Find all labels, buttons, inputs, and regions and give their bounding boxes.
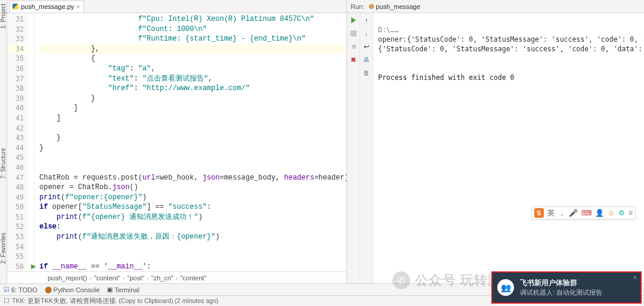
avatar-icon: 👥: [497, 279, 514, 296]
run-console[interactable]: D:\…… opener:{'StatusCode': 0, 'StatusMe…: [373, 13, 644, 283]
stop-button[interactable]: [349, 29, 358, 38]
ime-punct-icon[interactable]: ，: [558, 208, 565, 218]
left-tool-stripe: 1: Project 7: Structure 2: Favorites: [0, 0, 7, 283]
soft-wrap-icon[interactable]: ↩: [362, 42, 371, 51]
code-area[interactable]: 31 32 33 34 35 36 37 38 39 40 41 42 43 4…: [7, 13, 346, 271]
toast-subtitle: 调试机器人: 自动化测试报告: [520, 288, 602, 297]
breadcrumb-item[interactable]: "zh_cn": [151, 274, 174, 282]
run-config-icon: [369, 4, 374, 9]
print-icon[interactable]: 🖶: [362, 55, 371, 64]
breadcrumbs[interactable]: push_report() › "content" › "post" › "zh…: [7, 271, 346, 283]
line-number-gutter: 31 32 33 34 35 36 37 38 39 40 41 42 43 4…: [7, 13, 27, 271]
breadcrumb-item[interactable]: "post": [127, 274, 144, 282]
terminal-tool[interactable]: ▣Terminal: [107, 286, 140, 293]
editor-pane: push_message.py × 31 32 33 34 35 36 37 3…: [7, 0, 347, 283]
run-title: Run:: [351, 3, 364, 10]
breadcrumb-item[interactable]: "content": [180, 274, 206, 282]
editor-tabs: push_message.py ×: [7, 0, 346, 13]
ime-keyboard-icon[interactable]: ⌨: [581, 209, 592, 217]
run-toolbar-right: ↑ ↓ ↩ 🖶 🗑: [360, 13, 373, 283]
fold-column: [27, 13, 35, 271]
ime-menu-icon[interactable]: ≡: [628, 209, 633, 217]
sogou-logo-icon: S: [534, 208, 544, 218]
editor-tab-push-message[interactable]: push_message.py ×: [10, 1, 84, 13]
pause-button[interactable]: ≡: [349, 42, 358, 51]
rerun-button[interactable]: [349, 16, 358, 25]
ime-lang[interactable]: 英: [547, 208, 555, 218]
python-console-tool[interactable]: ⬤Python Console: [45, 286, 100, 293]
ime-emoji-icon[interactable]: ☺: [608, 209, 615, 217]
exit-button[interactable]: ✖: [349, 55, 358, 64]
python-file-icon: [13, 4, 18, 10]
close-icon[interactable]: ×: [633, 274, 637, 281]
run-tool-window: Run: push_message ✿ — ≡ ✖ ↑ ↓ ↩ 🖶 🗑: [347, 0, 644, 283]
run-config-selector[interactable]: push_message: [369, 3, 420, 10]
todo-tool[interactable]: ☑6: TODO: [4, 286, 38, 293]
editor-tab-label: push_message.py: [21, 3, 74, 10]
status-message: TKK: 更新TKK失败, 请检查网络连接. (Copy to Clipboar…: [12, 297, 218, 305]
clear-icon[interactable]: 🗑: [362, 68, 371, 78]
breadcrumb-item[interactable]: push_report(): [48, 274, 87, 282]
notification-toast[interactable]: × 👥 飞书新用户体验群 调试机器人: 自动化测试报告: [491, 271, 642, 304]
ime-toolbar[interactable]: S 英 ， 🎤 ⌨ 👤 ☺ ⚙ ≡: [531, 206, 636, 220]
favorites-tool[interactable]: 2: Favorites: [0, 233, 7, 264]
ime-mic-icon[interactable]: 🎤: [569, 209, 578, 217]
close-icon[interactable]: ×: [76, 4, 80, 10]
ime-person-icon[interactable]: 👤: [595, 209, 604, 217]
ime-toolbox-icon[interactable]: ⚙: [618, 209, 625, 217]
wechat-icon: ✆: [392, 271, 410, 289]
toast-title: 飞书新用户体验群: [520, 278, 602, 288]
breadcrumb-item[interactable]: "content": [94, 274, 120, 282]
scroll-down-icon[interactable]: ↓: [362, 29, 371, 38]
scroll-up-icon[interactable]: ↑: [362, 16, 371, 25]
run-toolbar-left: ≡ ✖: [347, 13, 360, 283]
code-text[interactable]: f"Cpu: Intel(R) Xeon(R) Platinum 8457C\n…: [35, 13, 346, 271]
run-header: Run: push_message ✿ —: [347, 0, 644, 13]
project-tool[interactable]: 1: Project: [0, 4, 7, 29]
run-line-marker-icon[interactable]: ▶: [31, 262, 36, 270]
structure-tool[interactable]: 7: Structure: [0, 148, 7, 179]
